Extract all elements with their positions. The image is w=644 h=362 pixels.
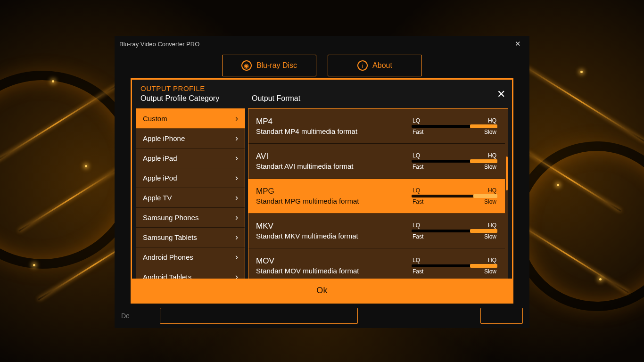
about-button[interactable]: i About: [328, 55, 422, 76]
quality-slider[interactable]: [412, 195, 497, 197]
spark-decoration: [557, 184, 559, 186]
lq-label: LQ: [413, 152, 420, 159]
about-label: About: [372, 61, 392, 70]
format-scrollbar[interactable]: [505, 109, 508, 279]
lq-label: LQ: [413, 222, 420, 229]
spark-decoration: [85, 165, 87, 167]
bottom-bar: De: [115, 304, 529, 328]
category-item[interactable]: Android Phones›: [136, 247, 245, 267]
fast-label: Fast: [413, 233, 423, 240]
lq-label: LQ: [413, 187, 420, 194]
minimize-button[interactable]: —: [496, 40, 511, 48]
category-item[interactable]: Custom›: [136, 109, 245, 129]
chevron-right-icon: ›: [235, 153, 238, 163]
output-profile-dialog: OUTPUT PROFILE Output Profile Category O…: [131, 78, 513, 304]
hq-label: HQ: [488, 152, 496, 159]
format-item[interactable]: MKVStandart MKV multimedia formatLQHQFas…: [248, 214, 505, 248]
ok-button[interactable]: Ok: [132, 279, 512, 302]
bottom-button[interactable]: [160, 308, 358, 324]
dialog-header: OUTPUT PROFILE Output Profile Category O…: [132, 80, 512, 106]
bottom-text-fragment: De: [121, 312, 130, 320]
dialog-title: OUTPUT PROFILE: [140, 84, 504, 92]
quality-slider-group: LQHQFastSlow: [412, 222, 497, 240]
window-title: Blu-ray Video Converter PRO: [119, 41, 199, 48]
hq-label: HQ: [488, 117, 496, 124]
titlebar: Blu-ray Video Converter PRO — ✕: [115, 36, 529, 52]
format-description: Standart MKV multimedia format: [256, 232, 412, 240]
category-item-label: Apple iPhone: [143, 134, 185, 142]
hq-label: HQ: [488, 187, 496, 194]
category-item-label: Apple iPod: [143, 174, 177, 182]
quality-slider[interactable]: [412, 230, 497, 232]
close-window-button[interactable]: ✕: [511, 40, 525, 48]
quality-slider[interactable]: [412, 125, 497, 128]
format-name: MOV: [256, 256, 412, 266]
main-toolbar: ◉ Blu-ray Disc i About: [115, 52, 529, 79]
slider-fill: [470, 229, 497, 233]
format-description: Standart MOV multimedia format: [256, 267, 412, 275]
category-item-label: Apple TV: [143, 194, 172, 202]
spark-decoration: [599, 278, 602, 280]
category-item[interactable]: Apple iPhone›: [136, 129, 245, 148]
quality-slider-group: LQHQFastSlow: [412, 117, 497, 135]
format-item[interactable]: MP4Standart MP4 multimedia formatLQHQFas…: [248, 109, 505, 144]
slow-label: Slow: [484, 129, 496, 135]
light-streak-decoration: [510, 57, 644, 143]
disc-icon: ◉: [241, 60, 252, 71]
category-item[interactable]: Samsung Tablets›: [136, 228, 245, 247]
slider-fill: [470, 159, 497, 163]
fast-label: Fast: [413, 164, 423, 170]
format-item[interactable]: MOVStandart MOV multimedia formatLQHQFas…: [248, 248, 505, 279]
slow-label: Slow: [484, 198, 496, 205]
chevron-right-icon: ›: [235, 232, 238, 242]
category-panel: Custom›Apple iPhone›Apple iPad›Apple iPo…: [136, 108, 245, 279]
chevron-right-icon: ›: [235, 173, 238, 183]
spark-decoration: [33, 264, 35, 266]
format-description: Standart AVI multimedia format: [256, 162, 412, 170]
format-name: MP4: [256, 117, 412, 126]
bottom-button[interactable]: [480, 308, 523, 324]
close-dialog-button[interactable]: ✕: [497, 88, 505, 100]
category-item-label: Samsung Tablets: [143, 233, 197, 241]
fast-label: Fast: [413, 198, 423, 205]
fast-label: Fast: [413, 268, 423, 275]
format-name: MPG: [256, 187, 412, 196]
chevron-right-icon: ›: [235, 272, 238, 279]
ok-label: Ok: [316, 286, 328, 296]
category-item[interactable]: Apple iPod›: [136, 168, 245, 188]
dialog-body: Custom›Apple iPhone›Apple iPad›Apple iPo…: [132, 106, 512, 279]
hq-label: HQ: [488, 257, 496, 263]
hq-label: HQ: [488, 222, 496, 229]
category-item[interactable]: Android Tablets›: [136, 267, 245, 279]
category-column-label: Output Profile Category: [140, 94, 252, 103]
slow-label: Slow: [484, 164, 496, 170]
slow-label: Slow: [484, 233, 496, 240]
format-panel: MP4Standart MP4 multimedia formatLQHQFas…: [248, 108, 508, 279]
chevron-right-icon: ›: [235, 252, 238, 262]
bluray-disc-button[interactable]: ◉ Blu-ray Disc: [222, 55, 316, 76]
slider-fill: [470, 124, 497, 128]
fast-label: Fast: [413, 129, 423, 135]
format-item[interactable]: AVIStandart AVI multimedia formatLQHQFas…: [248, 144, 505, 179]
category-item[interactable]: Samsung Phones›: [136, 208, 245, 228]
format-list[interactable]: MP4Standart MP4 multimedia formatLQHQFas…: [248, 109, 505, 279]
format-name: AVI: [256, 152, 412, 161]
category-item[interactable]: Apple iPad›: [136, 148, 245, 168]
quality-slider[interactable]: [412, 160, 497, 163]
category-item-label: Custom: [143, 115, 167, 123]
chevron-right-icon: ›: [235, 213, 238, 222]
category-list[interactable]: Custom›Apple iPhone›Apple iPad›Apple iPo…: [136, 109, 245, 279]
category-item[interactable]: Apple TV›: [136, 188, 245, 208]
category-item-label: Samsung Phones: [143, 214, 198, 222]
format-item[interactable]: MPGStandart MPG multimedia formatLQHQFas…: [248, 179, 505, 214]
format-name: MKV: [256, 222, 412, 231]
format-column-label: Output Format: [252, 94, 300, 103]
quality-slider-group: LQHQFastSlow: [412, 257, 497, 275]
lq-label: LQ: [413, 257, 420, 263]
chevron-right-icon: ›: [235, 133, 238, 143]
category-item-label: Android Tablets: [143, 273, 191, 279]
scrollbar-thumb[interactable]: [506, 156, 508, 190]
format-description: Standart MP4 multimedia format: [256, 127, 412, 135]
quality-slider[interactable]: [412, 264, 497, 267]
chevron-right-icon: ›: [235, 114, 238, 123]
